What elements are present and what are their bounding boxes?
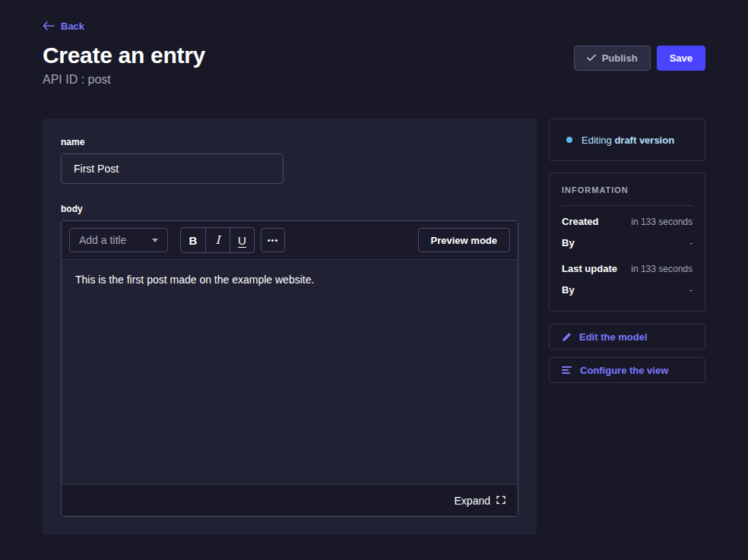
information-divider <box>562 205 693 206</box>
preview-mode-button[interactable]: Preview mode <box>418 228 510 252</box>
italic-button[interactable]: I <box>205 228 230 252</box>
draft-status-dot-icon <box>566 137 572 143</box>
info-row-last-update: Last update in 133 seconds <box>562 263 693 274</box>
body-editor-textarea[interactable]: This is the first post made on the examp… <box>62 260 518 484</box>
draft-status-text: Editing draft version <box>582 134 674 146</box>
check-icon <box>587 52 596 64</box>
draft-status-panel: Editing draft version <box>549 119 705 161</box>
title-style-select[interactable]: Add a title <box>69 228 168 252</box>
body-field-label: body <box>61 204 518 214</box>
pencil-icon <box>562 332 572 342</box>
rich-text-editor: Add a title B I U ••• Preview mode This … <box>61 220 518 517</box>
publish-label: Publish <box>602 52 638 64</box>
back-label: Back <box>61 21 84 32</box>
save-button[interactable]: Save <box>657 46 705 71</box>
back-arrow-icon <box>43 21 55 30</box>
name-field-group: name <box>61 137 518 184</box>
edit-model-button[interactable]: Edit the model <box>549 324 705 350</box>
expand-icon <box>496 494 506 508</box>
name-field-label: name <box>61 137 518 147</box>
chevron-down-icon <box>152 239 158 242</box>
create-entry-page: Back Create an entry API ID : post Publi… <box>0 0 748 560</box>
editor-toolbar: Add a title B I U ••• Preview mode <box>62 221 518 260</box>
configure-view-button[interactable]: Configure the view <box>549 357 705 383</box>
name-input[interactable] <box>61 153 284 184</box>
info-row-created: Created in 133 seconds <box>562 216 693 227</box>
expand-label: Expand <box>455 495 490 507</box>
layout-lines-icon <box>562 365 572 375</box>
page-header: Create an entry API ID : post Publish Sa… <box>43 43 705 87</box>
publish-button[interactable]: Publish <box>574 46 651 71</box>
information-title: INFORMATION <box>562 185 693 195</box>
info-row-created-by: By - <box>562 237 693 248</box>
entry-sidebar: Editing draft version INFORMATION Create… <box>549 119 705 391</box>
underline-button[interactable]: U <box>230 228 254 252</box>
info-row-updated-by: By - <box>562 284 693 296</box>
edit-model-label: Edit the model <box>579 331 648 343</box>
back-link[interactable]: Back <box>43 21 84 32</box>
information-panel: INFORMATION Created in 133 seconds By - … <box>549 172 705 312</box>
body-field-group: body Add a title B I U ••• <box>61 204 518 517</box>
entry-form-card: name body Add a title B I U <box>43 119 537 535</box>
title-style-select-value: Add a title <box>79 234 126 246</box>
text-format-group: B I U <box>180 227 255 253</box>
header-actions: Publish Save <box>574 46 705 71</box>
api-id-subtitle: API ID : post <box>43 73 205 87</box>
expand-button[interactable]: Expand <box>62 484 518 516</box>
title-block: Create an entry API ID : post <box>43 43 205 87</box>
more-options-button[interactable]: ••• <box>261 228 285 252</box>
configure-view-label: Configure the view <box>580 365 668 376</box>
bold-button[interactable]: B <box>181 228 205 252</box>
page-title: Create an entry <box>43 43 205 68</box>
